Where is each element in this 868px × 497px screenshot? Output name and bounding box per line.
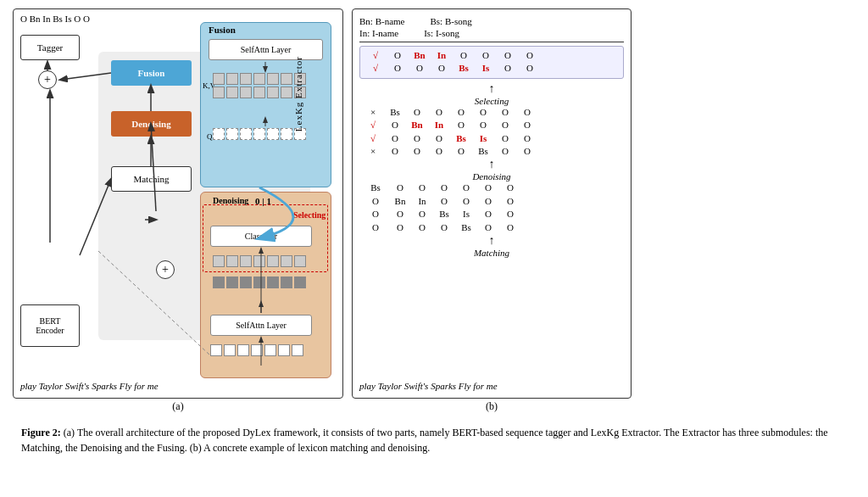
panel-a: O Bn In Bs Is O O Tagger + BERT Encoder … bbox=[13, 8, 343, 399]
plus-circle-denoising: + bbox=[156, 260, 175, 279]
denoising-label-b: Denoising bbox=[359, 171, 624, 181]
matching-arrow: ↑ bbox=[359, 234, 624, 248]
fusion-region-label: Fusion bbox=[209, 25, 236, 35]
selfattn-bottom-label: SelfAttn Layer bbox=[236, 321, 287, 330]
selecting-arrow: ↑ bbox=[359, 82, 624, 96]
classifier-label: Classifier bbox=[245, 232, 277, 241]
denoising-row-1: Bs O O O O O O bbox=[359, 181, 624, 194]
denoising-inner-box: Denoising bbox=[111, 111, 192, 137]
matching-label-b: Matching bbox=[359, 248, 624, 258]
q-grid bbox=[213, 128, 306, 140]
denoising-grid-2 bbox=[213, 276, 306, 288]
kv-grid bbox=[213, 73, 306, 98]
legend-bs: Bs: B-song bbox=[430, 16, 471, 26]
tagger-box: Tagger bbox=[20, 35, 80, 60]
denoising-row-3: O O O Bs Is O O bbox=[359, 208, 624, 221]
lexkg-label: LexKg Extractor bbox=[293, 56, 303, 131]
denoising-row-2: O Bn In O O O O bbox=[359, 195, 624, 208]
caption-text: (a) The overall architecture of the prop… bbox=[21, 427, 828, 454]
denoising-inner-label: Denoising bbox=[131, 119, 170, 129]
input-sentence-a: play Taylor Swift's Sparks Fly for me bbox=[20, 381, 159, 391]
denoising-row-4: O O O O Bs O O bbox=[359, 221, 624, 234]
selecting-row-2: √ O O O Bs Is O O bbox=[362, 62, 621, 75]
legend-is: Is: I-song bbox=[424, 28, 459, 38]
bert-label: BERT Encoder bbox=[36, 316, 64, 335]
denoising-grid-1 bbox=[213, 255, 306, 267]
below-row-1: × Bs O O O O O O bbox=[359, 106, 624, 119]
figure-caption: Figure 2: (a) The overall architecture o… bbox=[13, 420, 843, 455]
selfattn-top-label: SelfAttn Layer bbox=[241, 45, 292, 54]
below-row-3: √ O O O Bs Is O O bbox=[359, 132, 624, 145]
fusion-inner-box: Fusion bbox=[111, 60, 192, 86]
selfattn-bottom-box: SelfAttn Layer bbox=[210, 315, 312, 336]
panel-b: Bn: B-name Bs: B-song In: I-name Is: I-s… bbox=[352, 8, 632, 399]
tagger-label: Tagger bbox=[37, 42, 63, 53]
selfattn-top-box: SelfAttn Layer bbox=[209, 39, 323, 60]
classifier-box: Classifier bbox=[210, 226, 312, 247]
denoising-arrow: ↑ bbox=[359, 158, 624, 171]
caption-label: Figure 2: bbox=[21, 427, 61, 438]
q-label: Q bbox=[207, 132, 213, 141]
below-row-4: × O O O O Bs O O bbox=[359, 145, 624, 158]
plus-circle-tagger: + bbox=[38, 70, 57, 89]
selecting-label-b: Selecting bbox=[359, 96, 624, 106]
panel-b-label: (b) bbox=[486, 400, 498, 413]
matching-inner-label: Matching bbox=[133, 174, 169, 184]
input-tokens-label: O Bn In Bs Is O O bbox=[20, 14, 90, 24]
matching-inner-box: Matching bbox=[111, 166, 192, 192]
bert-encoder-box: BERT Encoder bbox=[20, 304, 80, 347]
below-row-2: √ O Bn In O O O O bbox=[359, 119, 624, 131]
divider-1 bbox=[359, 42, 624, 42]
fusion-inner-label: Fusion bbox=[138, 68, 165, 78]
legend-in: In: I-name bbox=[359, 28, 398, 38]
input-sentence-b: play Taylor Swift's Sparks Fly for me bbox=[359, 381, 498, 391]
legend-bn: Bn: B-name bbox=[359, 16, 404, 26]
input-squares-bottom bbox=[210, 344, 303, 356]
selecting-row-1: √ O Bn In O O O O bbox=[362, 49, 621, 62]
panel-a-label: (a) bbox=[172, 400, 183, 413]
